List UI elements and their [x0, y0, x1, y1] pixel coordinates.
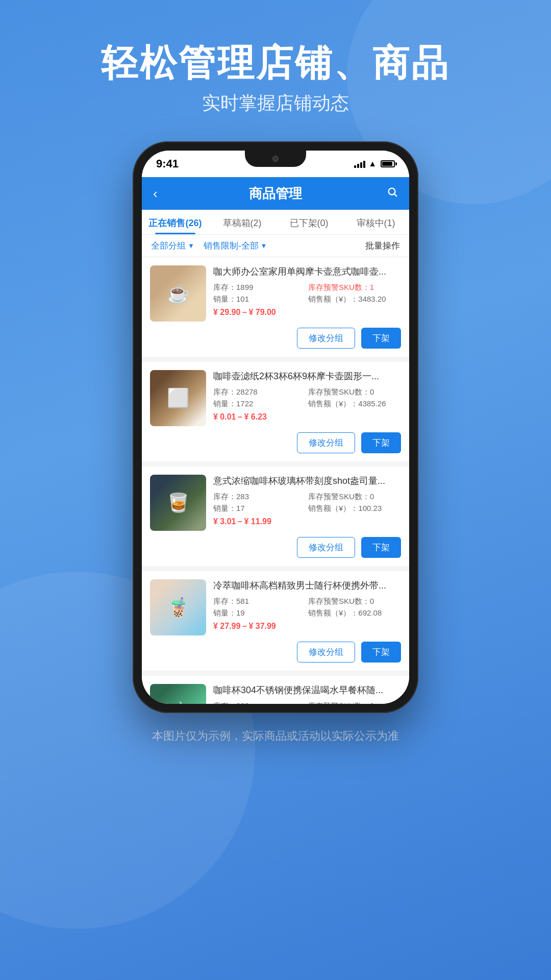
sales: 销量：101 — [213, 295, 306, 304]
status-time: 9:41 — [156, 157, 179, 170]
edit-group-button[interactable]: 修改分组 — [297, 642, 355, 663]
edit-group-button[interactable]: 修改分组 — [297, 328, 355, 349]
sales: 销量：17 — [213, 504, 306, 513]
stock-alert: 库存预警SKU数：0 — [308, 701, 401, 704]
product-info: 冷萃咖啡杯高档精致男士随行杯便携外带... 库存：581 库存预警SKU数：0 … — [213, 579, 401, 635]
product-stats: 库存：581 库存预警SKU数：0 销量：19 销售额（¥）：692.08 — [213, 597, 401, 618]
product-main: 🧋 冷萃咖啡杯高档精致男士随行杯便携外带... 库存：581 库存预警SKU数：… — [150, 579, 401, 635]
product-price: ¥ 3.01－¥ 11.99 — [213, 517, 401, 527]
phone-body: 9:41 ▲ — [133, 141, 418, 713]
product-actions: 修改分组 下架 — [150, 328, 401, 349]
sales: 销量：1722 — [213, 399, 306, 409]
revenue: 销售额（¥）：4385.26 — [308, 399, 401, 409]
bulk-operation[interactable]: 批量操作 — [365, 240, 400, 252]
remove-button[interactable]: 下架 — [361, 432, 401, 453]
product-image: 🍵 — [150, 684, 206, 704]
nav-bar: ‹ 商品管理 — [142, 177, 409, 210]
product-main: 🍵 咖啡杯304不锈钢便携保温喝水早餐杯随... 库存：800 库存预警SKU数… — [150, 684, 401, 704]
stock: 库存：581 — [213, 597, 306, 606]
phone-screen: 9:41 ▲ — [142, 151, 409, 704]
product-actions: 修改分组 下架 — [150, 642, 401, 663]
product-stats: 库存：1899 库存预警SKU数：1 销量：101 销售额（¥）：3483.20 — [213, 283, 401, 304]
tab-draft[interactable]: 草稿箱(2) — [209, 210, 276, 234]
product-main: ⬜ 咖啡壶滤纸2杯3杯6杯9杯摩卡壶圆形一... 库存：28278 库存预警SK… — [150, 370, 401, 426]
signal-icon — [354, 160, 365, 168]
product-price: ¥ 29.90－¥ 79.00 — [213, 307, 401, 318]
product-stats: 库存：28278 库存预警SKU数：0 销量：1722 销售额（¥）：4385.… — [213, 387, 401, 409]
revenue: 销售额（¥）：3483.20 — [308, 295, 401, 304]
revenue: 销售额（¥）：100.23 — [308, 504, 401, 513]
tab-off-shelf[interactable]: 已下架(0) — [276, 210, 342, 234]
stock: 库存：283 — [213, 492, 306, 502]
sales-filter-arrow: ▼ — [261, 242, 267, 250]
footer-note: 本图片仅为示例，实际商品或活动以实际公示为准 — [0, 713, 551, 754]
battery-icon — [381, 160, 395, 167]
group-filter[interactable]: 全部分组 ▼ — [151, 240, 194, 252]
hero-section: 轻松管理店铺、商品 实时掌握店铺动态 — [0, 0, 551, 116]
product-main: 🥃 意式浓缩咖啡杯玻璃杯带刻度shot盎司量... 库存：283 库存预警SKU… — [150, 475, 401, 531]
edit-group-button[interactable]: 修改分组 — [297, 432, 355, 453]
product-name: 冷萃咖啡杯高档精致男士随行杯便携外带... — [213, 579, 401, 592]
product-stats: 库存：800 库存预警SKU数：0 销量：31 销售额（¥）：901.05 — [213, 701, 401, 704]
stock: 库存：28278 — [213, 387, 306, 397]
product-card: ☕ 咖大师办公室家用单阀摩卡壶意式咖啡壶... 库存：1899 库存预警SKU数… — [142, 257, 409, 357]
hero-subtitle: 实时掌握店铺动态 — [0, 91, 551, 116]
product-card: 🧋 冷萃咖啡杯高档精致男士随行杯便携外带... 库存：581 库存预警SKU数：… — [142, 571, 409, 671]
product-price: ¥ 0.01－¥ 6.23 — [213, 412, 401, 423]
svg-line-1 — [394, 194, 396, 197]
revenue: 销售额（¥）：692.08 — [308, 608, 401, 618]
product-card: 🍵 咖啡杯304不锈钢便携保温喝水早餐杯随... 库存：800 库存预警SKU数… — [142, 676, 409, 704]
product-name: 咖大师办公室家用单阀摩卡壶意式咖啡壶... — [213, 265, 401, 278]
camera — [272, 156, 279, 162]
product-info: 咖啡杯304不锈钢便携保温喝水早餐杯随... 库存：800 库存预警SKU数：0… — [213, 684, 401, 704]
product-main: ☕ 咖大师办公室家用单阀摩卡壶意式咖啡壶... 库存：1899 库存预警SKU数… — [150, 265, 401, 322]
tab-reviewing[interactable]: 审核中(1) — [342, 210, 409, 234]
nav-title: 商品管理 — [249, 185, 302, 203]
product-info: 咖大师办公室家用单阀摩卡壶意式咖啡壶... 库存：1899 库存预警SKU数：1… — [213, 265, 401, 322]
product-image: 🥃 — [150, 475, 206, 531]
product-name: 咖啡壶滤纸2杯3杯6杯9杯摩卡壶圆形一... — [213, 370, 401, 383]
group-filter-arrow: ▼ — [188, 242, 194, 250]
product-price: ¥ 27.99－¥ 37.99 — [213, 621, 401, 632]
search-icon[interactable] — [387, 186, 398, 201]
stock: 库存：1899 — [213, 283, 306, 292]
stock-alert: 库存预警SKU数：1 — [308, 283, 401, 292]
product-actions: 修改分组 下架 — [150, 432, 401, 453]
status-bar: 9:41 ▲ — [142, 151, 409, 177]
edit-group-button[interactable]: 修改分组 — [297, 537, 355, 558]
product-info: 咖啡壶滤纸2杯3杯6杯9杯摩卡壶圆形一... 库存：28278 库存预警SKU数… — [213, 370, 401, 426]
stock-alert: 库存预警SKU数：0 — [308, 492, 401, 502]
sales: 销量：19 — [213, 608, 306, 618]
product-image: ☕ — [150, 265, 206, 322]
notch — [245, 151, 306, 167]
product-image: ⬜ — [150, 370, 206, 426]
phone-mockup: 9:41 ▲ — [0, 141, 551, 713]
product-info: 意式浓缩咖啡杯玻璃杯带刻度shot盎司量... 库存：283 库存预警SKU数：… — [213, 475, 401, 531]
tab-on-sale[interactable]: 正在销售(26) — [142, 210, 209, 234]
stock-alert: 库存预警SKU数：0 — [308, 387, 401, 397]
product-list: ☕ 咖大师办公室家用单阀摩卡壶意式咖啡壶... 库存：1899 库存预警SKU数… — [142, 257, 409, 704]
product-name: 意式浓缩咖啡杯玻璃杯带刻度shot盎司量... — [213, 475, 401, 487]
tab-bar: 正在销售(26) 草稿箱(2) 已下架(0) 审核中(1) — [142, 210, 409, 235]
hero-title: 轻松管理店铺、商品 — [0, 41, 551, 85]
remove-button[interactable]: 下架 — [361, 537, 401, 558]
back-button[interactable]: ‹ — [153, 186, 158, 202]
wifi-icon: ▲ — [368, 159, 377, 168]
stock: 库存：800 — [213, 701, 306, 704]
product-image: 🧋 — [150, 579, 206, 635]
product-actions: 修改分组 下架 — [150, 537, 401, 558]
product-name: 咖啡杯304不锈钢便携保温喝水早餐杯随... — [213, 684, 401, 697]
remove-button[interactable]: 下架 — [361, 642, 401, 663]
sales-filter[interactable]: 销售限制-全部 ▼ — [204, 240, 267, 252]
remove-button[interactable]: 下架 — [361, 328, 401, 349]
product-card: 🥃 意式浓缩咖啡杯玻璃杯带刻度shot盎司量... 库存：283 库存预警SKU… — [142, 467, 409, 566]
filter-bar: 全部分组 ▼ 销售限制-全部 ▼ 批量操作 — [142, 235, 409, 257]
product-stats: 库存：283 库存预警SKU数：0 销量：17 销售额（¥）：100.23 — [213, 492, 401, 513]
product-card: ⬜ 咖啡壶滤纸2杯3杯6杯9杯摩卡壶圆形一... 库存：28278 库存预警SK… — [142, 362, 409, 461]
stock-alert: 库存预警SKU数：0 — [308, 597, 401, 606]
status-icons: ▲ — [354, 159, 395, 168]
